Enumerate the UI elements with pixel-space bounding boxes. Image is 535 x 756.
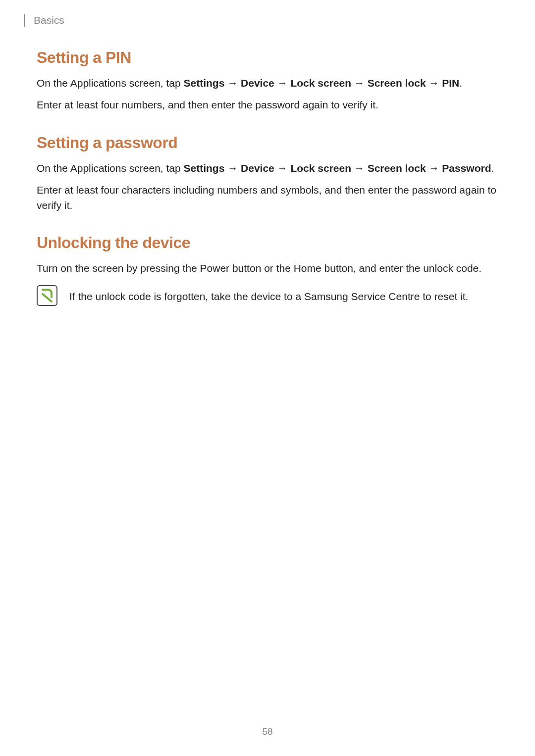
pin-instruction-text: Enter at least four numbers, and then en… [37, 98, 498, 112]
password-nav-password: Password [442, 162, 491, 174]
arrow: → [351, 162, 368, 174]
arrow: → [224, 162, 241, 174]
arrow: → [274, 162, 291, 174]
password-nav-settings: Settings [184, 162, 225, 174]
header-section-label: Basics [34, 14, 64, 26]
pin-nav-pin: PIN [442, 77, 459, 89]
pin-nav-screenlock: Screen lock [368, 77, 426, 89]
heading-setting-pin: Setting a PIN [37, 49, 498, 67]
heading-setting-password: Setting a password [37, 134, 498, 152]
note-icon [37, 285, 57, 306]
arrow: → [224, 77, 241, 89]
pin-nav-settings: Settings [184, 77, 225, 89]
password-nav-lockscreen: Lock screen [290, 162, 351, 174]
period: . [459, 77, 462, 89]
pin-nav-device: Device [241, 77, 274, 89]
arrow: → [351, 77, 368, 89]
header-divider-bar [24, 14, 25, 27]
pin-intro: On the Applications screen, tap [37, 77, 184, 89]
page-number: 58 [0, 726, 535, 737]
period: . [491, 162, 494, 174]
password-instruction-text: Enter at least four characters including… [37, 183, 498, 213]
password-nav-screenlock: Screen lock [368, 162, 426, 174]
pin-navigation-text: On the Applications screen, tap Settings… [37, 76, 498, 91]
pin-nav-lockscreen: Lock screen [290, 77, 351, 89]
unlock-instruction-text: Turn on the screen by pressing the Power… [37, 261, 498, 276]
note-callout: If the unlock code is forgotten, take th… [37, 285, 498, 306]
arrow-trail: → [426, 162, 442, 174]
page-header: Basics [24, 14, 64, 27]
arrow: → [426, 77, 442, 89]
password-intro: On the Applications screen, tap [37, 162, 184, 174]
heading-unlocking-device: Unlocking the device [37, 234, 498, 252]
password-navigation-text: On the Applications screen, tap Settings… [37, 161, 498, 176]
arrow: → [274, 77, 291, 89]
password-nav-device: Device [241, 162, 274, 174]
page-content: Setting a PIN On the Applications screen… [37, 49, 498, 306]
note-text: If the unlock code is forgotten, take th… [69, 285, 468, 304]
